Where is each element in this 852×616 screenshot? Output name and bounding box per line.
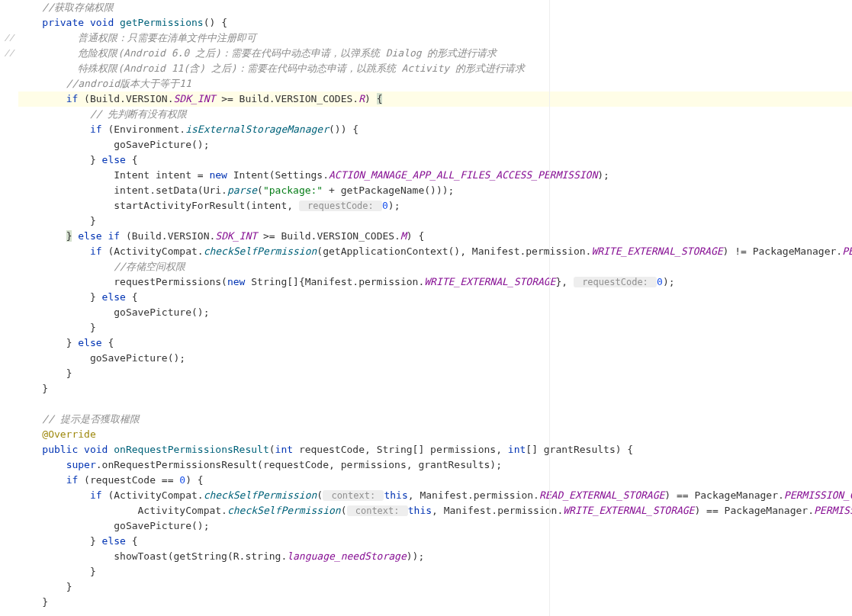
token: } xyxy=(90,322,96,333)
token: + getPackageName())); xyxy=(323,184,454,196)
code-line[interactable]: 普通权限：只需要在清单文件中注册即可 xyxy=(18,30,852,46)
code-line[interactable]: goSavePicture(); xyxy=(18,137,852,152)
code-line[interactable]: // 先判断有没有权限 xyxy=(18,107,852,122)
token: (requestCode == xyxy=(78,474,179,486)
code-line[interactable]: @Override xyxy=(18,427,852,442)
gutter-line xyxy=(0,473,18,488)
gutter-line xyxy=(0,320,18,335)
token: if xyxy=(90,124,102,135)
gutter-line xyxy=(0,91,18,107)
token: WRITE_EXTERNAL_STORAGE xyxy=(591,245,722,257)
gutter-line xyxy=(0,290,18,305)
code-line[interactable]: } xyxy=(18,381,852,396)
code-line[interactable]: } xyxy=(18,564,852,579)
gutter-line: // xyxy=(0,46,18,61)
token: else if xyxy=(78,230,120,242)
code-line[interactable]: if (Environment.isExternalStorageManager… xyxy=(18,122,852,137)
gutter-line xyxy=(0,183,18,198)
code-line[interactable]: } xyxy=(18,213,852,229)
token: void xyxy=(90,17,114,28)
token: (ActivityCompat. xyxy=(102,489,204,501)
token: , Manifest.permission. xyxy=(408,489,539,501)
token: () { xyxy=(204,17,227,28)
token: getPermissions xyxy=(120,17,204,28)
gutter-line xyxy=(0,595,18,610)
code-line[interactable]: if (Build.VERSION.SDK_INT >= Build.VERSI… xyxy=(18,91,852,107)
token: checkSelfPermission xyxy=(204,245,317,257)
code-line[interactable]: } xyxy=(18,595,852,610)
code-line[interactable]: if (ActivityCompat.checkSelfPermission( … xyxy=(18,488,852,503)
code-line[interactable]: startActivityForResult(intent, requestCo… xyxy=(18,198,852,213)
code-line[interactable]: // 提示是否獲取權限 xyxy=(18,412,852,427)
token: } xyxy=(90,566,96,577)
code-line[interactable]: } else if (Build.VERSION.SDK_INT >= Buil… xyxy=(18,229,852,244)
code-line[interactable]: requestPermissions(new String[]{Manifest… xyxy=(18,274,852,290)
gutter-line xyxy=(0,229,18,244)
token: .onRequestPermissionsResult(requestCode,… xyxy=(96,459,502,470)
code-line[interactable]: if (ActivityCompat.checkSelfPermission(g… xyxy=(18,244,852,259)
code-line[interactable]: goSavePicture(); xyxy=(18,518,852,534)
token: ) == PackageManager. xyxy=(664,489,784,501)
code-line[interactable]: public void onRequestPermissionsResult(i… xyxy=(18,442,852,457)
token: requestCode: xyxy=(574,277,657,287)
code-line[interactable]: } else { xyxy=(18,290,852,305)
code-line[interactable]: } xyxy=(18,366,852,381)
code-line[interactable]: } xyxy=(18,579,852,595)
code-line[interactable]: 危险权限(Android 6.0 之后)：需要在代码中动态申请，以弹系统 Dia… xyxy=(18,46,852,61)
gutter-line xyxy=(0,518,18,534)
token: { xyxy=(126,535,138,547)
token xyxy=(84,17,90,28)
token: String[]{Manifest.permission. xyxy=(245,276,424,287)
code-area[interactable]: //获取存储权限 private void getPermissions() {… xyxy=(18,0,852,610)
token: requestCode: xyxy=(299,201,382,211)
token: intent.setData(Uri. xyxy=(114,184,227,196)
gutter-line xyxy=(0,503,18,518)
token: (Build.VERSION. xyxy=(120,230,215,242)
gutter-line xyxy=(0,137,18,152)
token: goSavePicture(); xyxy=(114,139,209,150)
code-line[interactable]: showToast(getString(R.string.language_ne… xyxy=(18,549,852,564)
token: ACTION_MANAGE_APP_ALL_FILES_ACCESS_PERMI… xyxy=(329,169,597,181)
code-line[interactable]: } else { xyxy=(18,152,852,168)
token: ) { xyxy=(185,474,203,486)
code-line[interactable]: super.onRequestPermissionsResult(request… xyxy=(18,457,852,473)
gutter-line xyxy=(0,412,18,427)
token: (getApplicationContext(), Manifest.permi… xyxy=(317,245,591,257)
token: new xyxy=(227,276,245,287)
token: requestPermissions( xyxy=(114,276,227,287)
gutter-line xyxy=(0,198,18,213)
code-line[interactable]: goSavePicture(); xyxy=(18,305,852,320)
code-line[interactable]: private void getPermissions() { xyxy=(18,15,852,30)
token: M xyxy=(400,230,407,242)
code-line[interactable]: //获取存储权限 xyxy=(18,0,852,15)
gutter-line xyxy=(0,259,18,274)
code-line[interactable]: } else { xyxy=(18,534,852,549)
gutter-line xyxy=(0,76,18,91)
gutter-line xyxy=(0,381,18,396)
token: PERMISSION_GRANTED xyxy=(814,505,852,516)
code-line[interactable]: } else { xyxy=(18,335,852,351)
token: if xyxy=(66,474,79,486)
token: ActivityCompat. xyxy=(138,505,227,516)
gutter-line xyxy=(0,488,18,503)
code-line[interactable]: Intent intent = new Intent(Settings.ACTI… xyxy=(18,168,852,183)
gutter-line xyxy=(0,168,18,183)
code-line[interactable]: 特殊权限(Android 11(含) 之后)：需要在代码中动态申请，以跳系统 A… xyxy=(18,61,852,76)
token: ( xyxy=(317,489,323,501)
code-line[interactable] xyxy=(18,396,852,412)
code-line[interactable]: intent.setData(Uri.parse("package:" + ge… xyxy=(18,183,852,198)
token: R xyxy=(358,93,365,104)
token: @Override xyxy=(42,428,95,440)
token: context: xyxy=(347,505,408,516)
gutter-line xyxy=(0,0,18,15)
code-editor[interactable]: //// //获取存储权限 private void getPermission… xyxy=(0,0,852,610)
code-line[interactable]: goSavePicture(); xyxy=(18,351,852,366)
token: ); xyxy=(597,169,609,181)
code-line[interactable]: //android版本大于等于11 xyxy=(18,76,852,91)
code-line[interactable]: //存储空间权限 xyxy=(18,259,852,274)
code-line[interactable]: if (requestCode == 0) { xyxy=(18,473,852,488)
code-line[interactable]: } xyxy=(18,320,852,335)
gutter-line xyxy=(0,274,18,290)
code-line[interactable]: ActivityCompat.checkSelfPermission( cont… xyxy=(18,503,852,518)
token: if xyxy=(66,93,79,104)
